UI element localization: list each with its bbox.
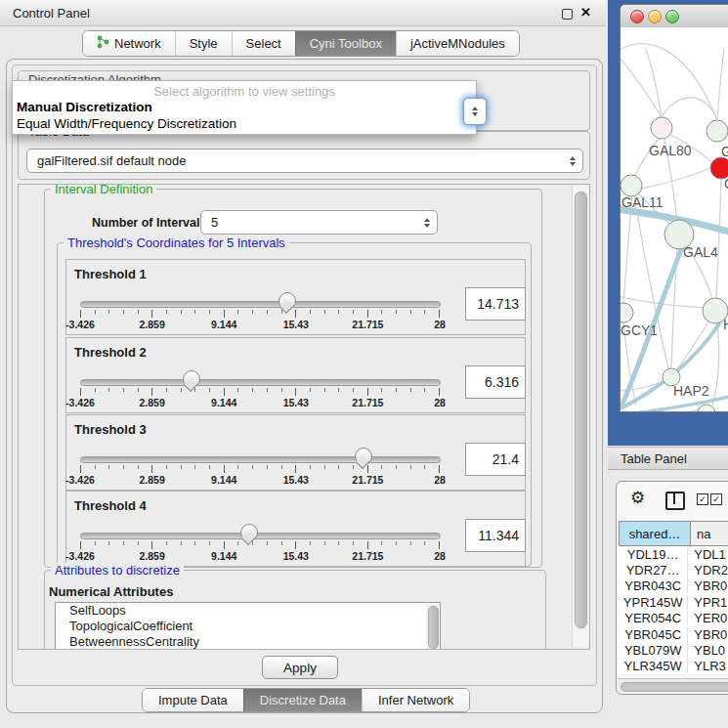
- tick-label: -3.426: [65, 319, 95, 330]
- number-of-intervals-label: Number of Intervals: [92, 216, 206, 230]
- slider-thumb[interactable]: [355, 448, 372, 465]
- tick-label: 28: [434, 550, 446, 562]
- table-cell: YPR145W: [619, 595, 687, 610]
- tab-style[interactable]: Style: [175, 31, 232, 56]
- tab-label: jActiveMNodules: [410, 36, 505, 51]
- tab-jactivemnodules[interactable]: jActiveMNodules: [396, 31, 519, 56]
- threshold-label: Threshold 1: [74, 267, 147, 281]
- float-panel-icon[interactable]: [562, 9, 573, 20]
- table-row[interactable]: YBL079WYBL0: [619, 642, 728, 658]
- table-row[interactable]: YER054CYER0: [619, 611, 728, 626]
- dropdown-option-equal-width[interactable]: Equal Width/Frequency Discretization: [17, 116, 236, 131]
- threshold-label: Threshold 4: [74, 498, 147, 513]
- zoom-traffic-light-icon[interactable]: [665, 10, 679, 23]
- threshold-value-field[interactable]: 21.4: [465, 443, 526, 476]
- checkbox-icon[interactable]: ✓: [710, 493, 722, 505]
- tab-select[interactable]: Select: [232, 31, 295, 56]
- settings-scrollbar[interactable]: [572, 186, 588, 647]
- node-label: H: [723, 317, 728, 332]
- control-panel-titlebar: [0, 0, 606, 26]
- column-header-name[interactable]: na: [691, 521, 728, 546]
- spinner-down-icon: [472, 112, 478, 116]
- slider-tick-labels: -3.4262.8599.14415.4321.71528: [80, 397, 440, 408]
- tab-cyni-toolbox[interactable]: Cyni Toolbox: [295, 31, 396, 56]
- list-item[interactable]: TopologicalCoefficient: [56, 619, 440, 634]
- threshold-value-field[interactable]: 11.344: [465, 519, 526, 552]
- node-gcy1[interactable]: [621, 303, 633, 322]
- close-traffic-light-icon[interactable]: [630, 10, 644, 23]
- control-panel-tabbar: NetworkStyleSelectCyni ToolboxjActiveMNo…: [82, 30, 520, 57]
- node-label: C: [724, 176, 728, 192]
- gear-icon[interactable]: ⚙: [630, 490, 645, 506]
- table-header-row: shared… na: [619, 521, 728, 546]
- table-row[interactable]: YPR145WYPR1: [619, 594, 728, 610]
- threshold-panel: Threshold 3-3.4262.8599.14415.4321.71528…: [65, 414, 526, 491]
- table-row[interactable]: YDR27…YDR2: [619, 562, 728, 578]
- node-partial[interactable]: [698, 405, 715, 412]
- network-view-window[interactable]: GAL80 GA C GAL11 GAL4 GCY1 H HAP2: [620, 4, 728, 412]
- table-row[interactable]: YBR045CYBR0: [619, 626, 728, 642]
- tab-impute-data[interactable]: Impute Data: [143, 689, 243, 711]
- numerical-attributes-list[interactable]: SelfLoopsTopologicalCoefficientBetweenne…: [55, 602, 441, 650]
- slider-track[interactable]: [80, 533, 441, 539]
- slider-track[interactable]: [80, 379, 441, 386]
- number-of-intervals-value: 5: [211, 215, 218, 230]
- table-horizontal-scrollbar[interactable]: [618, 678, 728, 692]
- close-panel-icon[interactable]: ✕: [580, 5, 591, 20]
- slider-thumb[interactable]: [240, 524, 258, 541]
- minimize-traffic-light-icon[interactable]: [648, 10, 662, 23]
- table-cell: YBR043C: [619, 578, 687, 593]
- table-cell: YPR1: [687, 595, 728, 610]
- table-cell: YER054C: [619, 611, 687, 625]
- threshold-panel: Threshold 1-3.4262.8599.14415.4321.71528…: [65, 259, 526, 335]
- tick-label: 15.43: [283, 319, 309, 330]
- threshold-label: Threshold 3: [74, 422, 147, 437]
- threshold-value-field[interactable]: 6.316: [465, 365, 526, 399]
- node-ga[interactable]: [707, 120, 728, 142]
- slider-track[interactable]: [80, 301, 441, 308]
- dropdown-option-manual[interactable]: Manual Discretization: [17, 100, 152, 114]
- table-data-group: Table Data galFiltered.sif default node: [18, 131, 590, 180]
- table-panel-titlebar: Table Panel: [608, 447, 728, 470]
- tick-label: -3.426: [65, 550, 95, 562]
- number-of-intervals-combobox[interactable]: 5: [200, 210, 438, 235]
- slider-thumb[interactable]: [278, 292, 296, 310]
- tick-label: 15.43: [283, 397, 309, 408]
- table-row[interactable]: YLR345WYLR3: [619, 659, 728, 674]
- tab-label: Discretize Data: [260, 693, 346, 707]
- table-row[interactable]: YDL19…YDL1: [619, 546, 728, 562]
- threshold-value-field[interactable]: 14.713: [465, 287, 526, 321]
- combobox-stepper-icon: [570, 156, 576, 166]
- algorithm-combobox-arrow[interactable]: [463, 98, 487, 125]
- apply-button[interactable]: Apply: [262, 656, 338, 679]
- checkbox-icon[interactable]: ✓: [697, 493, 708, 505]
- tick-label: 21.715: [352, 550, 383, 562]
- split-columns-icon[interactable]: [665, 492, 685, 510]
- slider-tick-labels: -3.4262.8599.14415.4321.71528: [80, 474, 440, 486]
- list-item[interactable]: SelfLoops: [56, 603, 440, 619]
- network-window-titlebar[interactable]: [621, 5, 728, 28]
- slider-major-ticks: [80, 388, 441, 396]
- table-cell: YDR27…: [619, 563, 687, 578]
- spinner-up-icon: [472, 107, 478, 110]
- node-gal80[interactable]: [651, 117, 672, 139]
- attributes-group-title: Attributes to discretize: [51, 563, 184, 578]
- tab-infer-network[interactable]: Infer Network: [362, 689, 469, 711]
- node-label: GAL80: [649, 143, 692, 158]
- node-label: GAL11: [621, 194, 664, 210]
- slider-track[interactable]: [80, 456, 441, 463]
- tab-discretize-data[interactable]: Discretize Data: [243, 689, 362, 711]
- list-scrollbar[interactable]: [426, 604, 439, 650]
- column-header-shared-name[interactable]: shared…: [619, 521, 691, 546]
- table-row[interactable]: YBR043CYBR0: [619, 578, 728, 594]
- network-canvas[interactable]: GAL80 GA C GAL11 GAL4 GCY1 H HAP2: [621, 27, 728, 412]
- list-item[interactable]: BetweennessCentrality: [56, 634, 440, 650]
- tab-label: Infer Network: [378, 693, 453, 707]
- table-cell: YBR045C: [619, 627, 687, 642]
- node-label: GAL4: [683, 244, 718, 260]
- node-gal11[interactable]: [621, 175, 642, 196]
- tick-label: 9.144: [211, 474, 236, 486]
- slider-thumb[interactable]: [183, 370, 200, 388]
- tab-network[interactable]: Network: [83, 31, 175, 56]
- table-data-combobox[interactable]: galFiltered.sif default node: [26, 149, 583, 173]
